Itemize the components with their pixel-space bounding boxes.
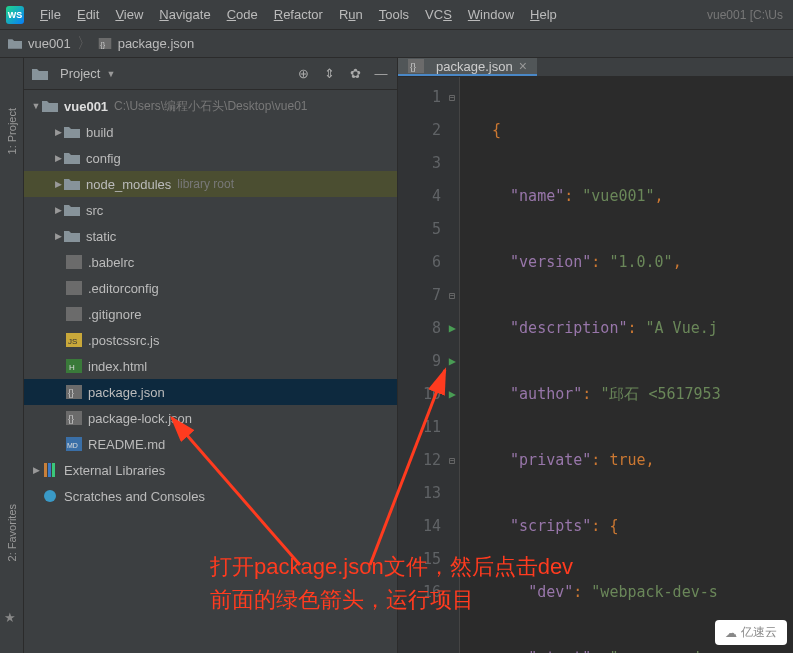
editor: {} package.json × 1⊟ 2 3 4 5 6 7⊟ 8▶ 9▶ …: [398, 58, 793, 653]
project-panel: Project ▼ ⊕ ⇕ ✿ — vue001 C:\Users\编程小石头\…: [24, 58, 398, 653]
scratches-icon: [42, 489, 58, 503]
app-icon: WS: [6, 6, 24, 24]
expand-icon[interactable]: [52, 179, 64, 189]
svg-text:JS: JS: [68, 337, 77, 346]
dropdown-icon[interactable]: ▼: [106, 69, 115, 79]
tree-node-modules[interactable]: node_modules library root: [24, 171, 397, 197]
line-number: 5: [398, 213, 441, 246]
run-icon[interactable]: ▶: [449, 345, 456, 378]
menu-tools[interactable]: Tools: [373, 3, 415, 26]
menu-navigate[interactable]: Navigate: [153, 3, 216, 26]
editor-tab-package-json[interactable]: {} package.json ×: [398, 58, 537, 76]
line-number: 10▶: [398, 378, 441, 411]
expand-icon[interactable]: [52, 153, 64, 163]
md-icon: MD: [66, 437, 82, 451]
tree-static[interactable]: static: [24, 223, 397, 249]
svg-text:{}: {}: [68, 414, 74, 424]
target-icon[interactable]: ⊕: [295, 66, 311, 82]
fold-icon[interactable]: ⊟: [449, 81, 455, 114]
breadcrumb: vue001 〉 {} package.json: [0, 30, 793, 58]
expand-icon[interactable]: [52, 205, 64, 215]
code-area[interactable]: 1⊟ 2 3 4 5 6 7⊟ 8▶ 9▶ 10▶ 11 12⊟ 13 14 1…: [398, 77, 793, 653]
folder-icon: [64, 177, 80, 191]
hide-icon[interactable]: —: [373, 66, 389, 82]
star-icon: ★: [4, 610, 16, 625]
panel-title-text: Project: [60, 66, 100, 81]
svg-rect-4: [66, 307, 82, 321]
menu-code[interactable]: Code: [221, 3, 264, 26]
tree-package-json[interactable]: {} package.json: [24, 379, 397, 405]
file-icon: [66, 255, 82, 269]
breadcrumb-root[interactable]: vue001: [28, 36, 71, 51]
toolstripe-favorites[interactable]: 2: Favorites: [6, 504, 18, 561]
js-icon: JS: [66, 333, 82, 347]
line-number: 4: [398, 180, 441, 213]
tree-config[interactable]: config: [24, 145, 397, 171]
tree-root-hint: C:\Users\编程小石头\Desktop\vue01: [114, 98, 307, 115]
tree-index[interactable]: H index.html: [24, 353, 397, 379]
svg-rect-15: [44, 463, 47, 477]
tree-readme[interactable]: MD README.md: [24, 431, 397, 457]
project-panel-header: Project ▼ ⊕ ⇕ ✿ —: [24, 58, 397, 90]
expand-icon[interactable]: [52, 231, 64, 241]
menu-help[interactable]: Help: [524, 3, 563, 26]
menu-vcs[interactable]: VCS: [419, 3, 458, 26]
menu-window[interactable]: Window: [462, 3, 520, 26]
tree-gitignore[interactable]: .gitignore: [24, 301, 397, 327]
tree-editorconfig[interactable]: .editorconfig: [24, 275, 397, 301]
menu-file[interactable]: File: [34, 3, 67, 26]
code-content[interactable]: { "name": "vue001", "version": "1.0.0", …: [460, 77, 727, 653]
line-number: 12⊟: [398, 444, 441, 477]
line-number: 16: [398, 576, 441, 609]
breadcrumb-file[interactable]: package.json: [118, 36, 195, 51]
tree-babelrc[interactable]: .babelrc: [24, 249, 397, 275]
gear-icon[interactable]: ✿: [347, 66, 363, 82]
cloud-icon: ☁: [725, 626, 737, 640]
line-number: 1⊟: [398, 81, 441, 114]
menu-edit[interactable]: Edit: [71, 3, 105, 26]
run-icon[interactable]: ▶: [449, 378, 456, 411]
svg-text:MD: MD: [67, 442, 78, 449]
library-icon: [42, 463, 58, 477]
toolstripe-project[interactable]: 1: Project: [6, 108, 18, 154]
titlebar: WS File Edit View Navigate Code Refactor…: [0, 0, 793, 30]
file-icon: [66, 281, 82, 295]
folder-icon: [64, 125, 80, 139]
menu-refactor[interactable]: Refactor: [268, 3, 329, 26]
tree-package-lock[interactable]: {} package-lock.json: [24, 405, 397, 431]
folder-icon: [8, 38, 22, 49]
tree-scratches[interactable]: Scratches and Consoles: [24, 483, 397, 509]
expand-icon[interactable]: [52, 127, 64, 137]
folder-icon: [64, 229, 80, 243]
fold-icon[interactable]: ⊟: [449, 444, 455, 477]
menu-view[interactable]: View: [109, 3, 149, 26]
gutter: 1⊟ 2 3 4 5 6 7⊟ 8▶ 9▶ 10▶ 11 12⊟ 13 14 1…: [398, 77, 460, 653]
collapse-icon[interactable]: ⇕: [321, 66, 337, 82]
file-icon: [66, 307, 82, 321]
tree-root-label: vue001: [64, 99, 108, 114]
fold-icon[interactable]: ⊟: [449, 279, 455, 312]
line-number: 2: [398, 114, 441, 147]
expand-icon[interactable]: [30, 465, 42, 475]
tree-root[interactable]: vue001 C:\Users\编程小石头\Desktop\vue01: [24, 93, 397, 119]
tree-postcssrc[interactable]: JS .postcssrc.js: [24, 327, 397, 353]
tree-src[interactable]: src: [24, 197, 397, 223]
main-menu: File Edit View Navigate Code Refactor Ru…: [34, 3, 707, 26]
json-icon: {}: [408, 59, 424, 73]
expand-icon[interactable]: [30, 101, 42, 111]
menu-run[interactable]: Run: [333, 3, 369, 26]
line-number: 13: [398, 477, 441, 510]
tree-build[interactable]: build: [24, 119, 397, 145]
tree-external-libraries[interactable]: External Libraries: [24, 457, 397, 483]
run-icon[interactable]: ▶: [449, 312, 456, 345]
tab-label: package.json: [436, 59, 513, 74]
json-icon: {}: [66, 411, 82, 425]
svg-text:H: H: [69, 363, 75, 372]
line-number: 8▶: [398, 312, 441, 345]
line-number: 9▶: [398, 345, 441, 378]
editor-tab-bar: {} package.json ×: [398, 58, 793, 77]
svg-rect-17: [52, 463, 55, 477]
close-icon[interactable]: ×: [519, 58, 527, 74]
line-number: 11: [398, 411, 441, 444]
svg-text:{}: {}: [68, 388, 74, 398]
